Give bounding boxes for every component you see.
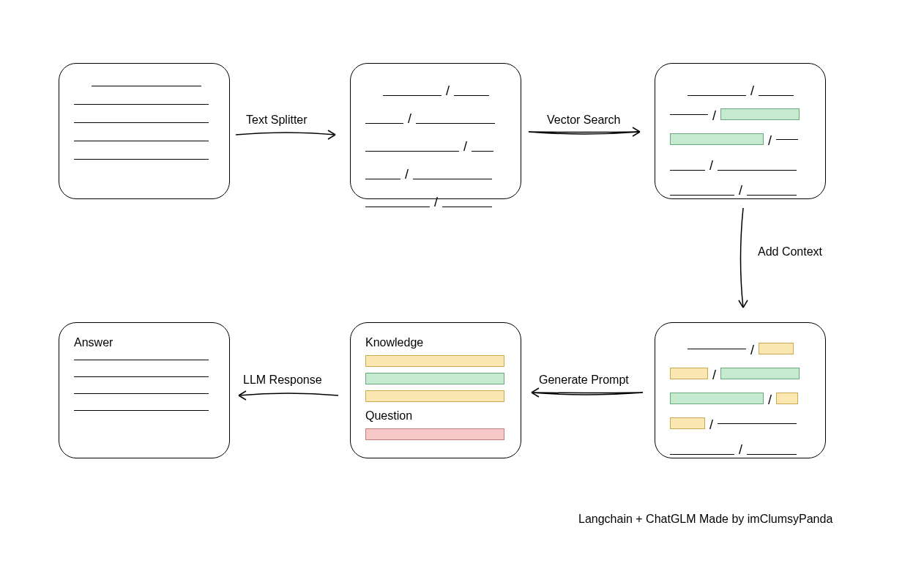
- highlight-bar-yellow: [670, 368, 708, 379]
- label-llm-response: LLM Response: [243, 373, 322, 387]
- highlight-bar-green: [670, 393, 764, 404]
- answer-line: [74, 376, 209, 377]
- highlight-bar-yellow: [776, 393, 798, 404]
- arrow-text-splitter: [233, 126, 343, 144]
- label-vector-search: Vector Search: [547, 114, 621, 127]
- box-split-text: / / / / /: [350, 63, 521, 199]
- question-bar-red: [365, 428, 504, 440]
- knowledge-bar-green: [365, 373, 504, 384]
- box-add-context: / / / / /: [655, 322, 826, 458]
- label-question: Question: [365, 409, 506, 423]
- knowledge-bar-yellow: [365, 390, 504, 402]
- highlight-bar-yellow: [670, 417, 705, 429]
- highlight-bar-green: [670, 133, 764, 145]
- box-answer: Answer: [59, 322, 230, 458]
- highlight-bar-green: [720, 368, 800, 379]
- doc-line: [74, 141, 209, 141]
- doc-line: [74, 122, 209, 123]
- box-vector-search: / / / / /: [655, 63, 826, 199]
- arrow-generate-prompt: [526, 387, 647, 404]
- label-answer: Answer: [74, 336, 215, 349]
- box-raw-document: [59, 63, 230, 199]
- doc-line: [74, 159, 209, 160]
- highlight-bar-green: [720, 108, 800, 120]
- answer-line: [74, 360, 209, 360]
- answer-line: [74, 410, 209, 411]
- box-prompt: Knowledge Question: [350, 322, 521, 458]
- label-add-context: Add Context: [758, 245, 822, 259]
- doc-line: [74, 104, 209, 105]
- footer-credit: Langchain + ChatGLM Made by imClumsyPand…: [578, 513, 832, 526]
- highlight-bar-yellow: [759, 343, 794, 354]
- doc-line: [92, 86, 201, 86]
- label-text-splitter: Text Splitter: [246, 114, 308, 127]
- label-knowledge: Knowledge: [365, 336, 506, 349]
- arrow-vector-search: [526, 126, 647, 144]
- arrow-llm-response: [233, 387, 343, 404]
- label-generate-prompt: Generate Prompt: [539, 373, 629, 387]
- knowledge-bar-yellow: [365, 355, 504, 367]
- answer-line: [74, 393, 209, 394]
- arrow-add-context: [732, 205, 754, 315]
